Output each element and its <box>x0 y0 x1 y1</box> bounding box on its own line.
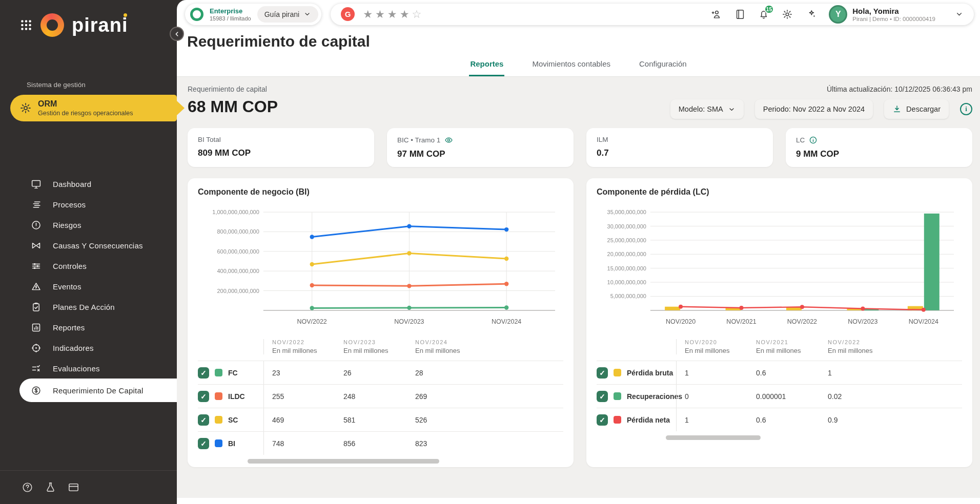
svg-text:NOV/2020: NOV/2020 <box>666 318 696 325</box>
column-subtitle: En mil millones <box>415 347 479 354</box>
sidebar-module-orm[interactable]: ORM Gestión de riesgos operacionales <box>10 95 177 121</box>
brand-area: pirani <box>0 0 177 37</box>
sidebar-item-label: Eventos <box>53 282 81 291</box>
table-value: 248 <box>335 385 407 408</box>
page-controls: Última actualización: 10/12/2025 06:36:4… <box>670 85 972 119</box>
svg-text:10,000,000,000: 10,000,000,000 <box>607 279 646 285</box>
sidebar-item-label: Planes De Acción <box>53 303 115 311</box>
add-user-icon[interactable] <box>711 9 722 20</box>
tab-reportes[interactable]: Reportes <box>469 59 504 76</box>
model-select[interactable]: Modelo: SMA <box>670 99 744 119</box>
table-value: 526 <box>407 408 479 431</box>
svg-text:15,000,000,000: 15,000,000,000 <box>607 265 646 271</box>
table-value: 0.9 <box>820 408 891 431</box>
table-row-sc: ✓SC469581526 <box>198 408 563 431</box>
series-color-swatch <box>215 369 222 376</box>
plan-name: Enterprise <box>210 7 251 15</box>
table-value: 0.000001 <box>748 385 820 408</box>
credit-card-icon[interactable] <box>68 481 79 493</box>
sidebar-item-riesgos[interactable]: Riesgos <box>0 215 177 235</box>
column-title: NOV/2021 <box>756 339 820 345</box>
tab-movimientos-contables[interactable]: Movimientos contables <box>531 59 611 76</box>
chevron-down-icon[interactable] <box>955 10 964 18</box>
series-checkbox[interactable]: ✓ <box>597 367 608 379</box>
svg-text:NOV/2021: NOV/2021 <box>726 318 756 325</box>
sidebar-nav: DashboardProcesosRiesgosCausas Y Consecu… <box>0 174 177 402</box>
info-icon[interactable]: i <box>960 103 972 115</box>
sidebar-item-eventos[interactable]: Eventos <box>0 276 177 297</box>
table-value: 28 <box>407 361 479 384</box>
sidebar-item-label: Requerimiento De Capital <box>53 386 144 395</box>
kpi-value: 809 MM COP <box>198 148 364 158</box>
table-horizontal-scrollbar[interactable] <box>248 459 439 464</box>
sidebar-item-procesos[interactable]: Procesos <box>0 194 177 215</box>
period-select[interactable]: Periodo: Nov 2022 a Nov 2024 <box>755 99 873 119</box>
kpi-row: BI Total809 MM COPBIC • Tramo 197 MM COP… <box>188 128 972 167</box>
kpi-label: ILM <box>597 136 608 143</box>
g2-logo-icon: G <box>341 7 355 21</box>
tab-configuracion[interactable]: Configuración <box>638 59 688 76</box>
sidebar-item-dashboard[interactable]: Dashboard <box>0 174 177 194</box>
series-color-swatch <box>215 392 222 400</box>
checklist-icon <box>31 363 42 374</box>
sidebar-item-indicadores[interactable]: Indicadores <box>0 338 177 358</box>
sidebar-item-label: Riesgos <box>53 221 81 229</box>
summary-value: 68 MM COP <box>188 97 278 116</box>
bell-icon[interactable]: 15 <box>758 9 769 20</box>
sidebar-item-requerimiento-de-capital[interactable]: Requerimiento De Capital <box>19 379 177 402</box>
user-menu[interactable]: YHola, YomiraPirani | Demo • ID: 0000000… <box>829 5 964 24</box>
eye-icon[interactable] <box>444 136 453 144</box>
pirani-logo-icon <box>40 13 64 37</box>
series-checkbox[interactable]: ✓ <box>198 391 209 402</box>
book-icon[interactable] <box>734 9 746 20</box>
series-color-swatch <box>215 439 222 447</box>
table-row-ildc: ✓ILDC255248269 <box>198 384 563 408</box>
series-checkbox[interactable]: ✓ <box>597 414 608 426</box>
business-component-card: Componente de negocio (BI) 200,000,000,0… <box>188 178 574 467</box>
loss-component-chart: 5,000,000,00010,000,000,00015,000,000,00… <box>597 205 962 328</box>
sidebar-item-label: Reportes <box>53 323 85 332</box>
plan-card: Enterprise 15983 / Ilimitado Guía pirani <box>185 4 321 25</box>
sidebar-item-label: Indicadores <box>53 344 94 352</box>
column-subtitle: En mil millones <box>272 347 335 354</box>
help-circle-icon[interactable] <box>22 481 33 493</box>
sliders-icon <box>31 261 42 271</box>
kpi-label: BIC • Tramo 1 <box>397 136 440 144</box>
info-circle-icon[interactable] <box>809 136 818 144</box>
star-rating[interactable]: ★★★★☆ <box>363 9 424 19</box>
sidebar-item-reportes[interactable]: Reportes <box>0 317 177 338</box>
loss-component-card: Componente de pérdida (LC) 5,000,000,000… <box>586 178 972 467</box>
sidebar-item-planes-de-accion[interactable]: Planes De Acción <box>0 297 177 317</box>
svg-text:NOV/2022: NOV/2022 <box>297 318 327 325</box>
sidebar-item-causas-y-consecuencias[interactable]: Causas Y Consecuencias <box>0 235 177 256</box>
notification-badge: 15 <box>764 5 774 14</box>
column-subtitle: En mil millones <box>756 347 820 354</box>
sidebar-collapse-button[interactable] <box>170 27 184 41</box>
kpi-label: BI Total <box>198 136 221 143</box>
app-launcher-icon[interactable] <box>19 18 33 32</box>
chart-title: Componente de pérdida (LC) <box>597 187 962 197</box>
sidebar-footer <box>0 470 177 504</box>
series-checkbox[interactable]: ✓ <box>198 414 209 426</box>
series-color-swatch <box>614 369 621 376</box>
avatar[interactable]: Y <box>829 5 847 24</box>
series-checkbox[interactable]: ✓ <box>198 367 209 379</box>
download-button[interactable]: Descargar <box>884 99 949 119</box>
sparkles-icon[interactable] <box>805 9 816 20</box>
table-horizontal-scrollbar[interactable] <box>666 435 761 440</box>
svg-text:1,000,000,000,000: 1,000,000,000,000 <box>212 209 259 215</box>
table-value: 0.6 <box>748 408 820 431</box>
sidebar-item-controles[interactable]: Controles <box>0 256 177 276</box>
guide-button[interactable]: Guía pirani <box>257 6 318 23</box>
flask-icon[interactable] <box>45 481 56 493</box>
gear-icon[interactable] <box>782 9 793 20</box>
series-checkbox[interactable]: ✓ <box>597 391 608 402</box>
table-value: 1 <box>676 361 748 384</box>
kpi-value: 9 MM COP <box>796 149 962 159</box>
svg-text:NOV/2023: NOV/2023 <box>848 318 877 325</box>
capital-summary: Requerimiento de capital 68 MM COP <box>188 85 278 116</box>
last-update: Última actualización: 10/12/2025 06:36:4… <box>827 85 972 93</box>
sidebar-item-evaluaciones[interactable]: Evaluaciones <box>0 358 177 379</box>
series-checkbox[interactable]: ✓ <box>198 438 209 449</box>
svg-text:20,000,000,000: 20,000,000,000 <box>607 251 646 257</box>
